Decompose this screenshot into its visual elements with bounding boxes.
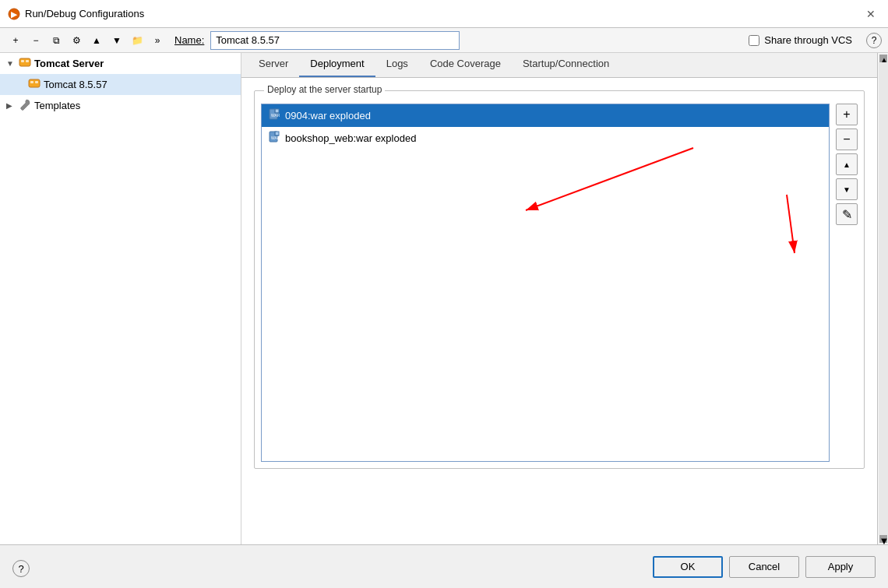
- scrollbar-up[interactable]: ▲: [879, 55, 887, 62]
- move-down-button[interactable]: ▼: [107, 31, 126, 50]
- svg-rect-5: [29, 79, 40, 87]
- help-button-toolbar[interactable]: ?: [866, 33, 882, 48]
- tab-code-coverage[interactable]: Code Coverage: [419, 53, 512, 77]
- app-icon: ▶: [8, 8, 20, 20]
- close-button[interactable]: ✕: [862, 6, 880, 22]
- right-scrollbar[interactable]: ▲ ▼: [877, 53, 888, 544]
- tomcat-icon: [19, 56, 31, 71]
- deploy-section-label: Deploy at the server startup: [264, 84, 385, 95]
- tab-startup-connection[interactable]: Startup/Connection: [512, 53, 620, 77]
- toolbar: + − ⧉ ⚙ ▲ ▼ 📁 » Name: Share through VCS …: [0, 28, 888, 53]
- ok-button[interactable]: OK: [653, 556, 723, 578]
- sidebar: ▼ Tomcat Server: [0, 53, 241, 544]
- wrench-icon: [19, 98, 31, 113]
- deploy-move-up-button[interactable]: ▲: [836, 153, 858, 175]
- deploy-edit-button[interactable]: ✎: [836, 203, 858, 225]
- share-vcs-checkbox[interactable]: [749, 35, 759, 46]
- right-panel: Server Deployment Logs Code Coverage Sta…: [241, 53, 877, 544]
- tab-server[interactable]: Server: [248, 53, 299, 77]
- sidebar-item-tomcat-8557[interactable]: Tomcat 8.5.57: [0, 74, 241, 95]
- tomcat-server-group-header[interactable]: ▼ Tomcat Server: [0, 53, 241, 74]
- tab-deployment[interactable]: Deployment: [299, 53, 375, 77]
- settings-button[interactable]: ⚙: [67, 31, 86, 50]
- more-button[interactable]: »: [148, 31, 167, 50]
- scrollbar-down[interactable]: ▼: [879, 535, 887, 543]
- deploy-move-down-button[interactable]: ▼: [836, 178, 858, 200]
- templates-item[interactable]: ▶ Templates: [0, 95, 241, 116]
- deploy-section-inner: WAR 0904:war exploded: [255, 91, 864, 468]
- deployment-panel: Deploy at the server startup WAR: [241, 78, 877, 544]
- chevron-right-icon: ▶: [6, 101, 16, 110]
- move-up-button[interactable]: ▲: [87, 31, 106, 50]
- apply-button[interactable]: Apply: [805, 556, 876, 578]
- folder-button[interactable]: 📁: [128, 31, 146, 50]
- tomcat-server-group: ▼ Tomcat Server: [0, 53, 241, 95]
- tabs-bar: Server Deployment Logs Code Coverage Sta…: [241, 53, 877, 78]
- tomcat-server-label: Tomcat Server: [34, 58, 104, 69]
- main-content: ▼ Tomcat Server: [0, 53, 888, 544]
- chevron-down-icon: ▼: [6, 59, 16, 68]
- tomcat-8557-label: Tomcat 8.5.57: [44, 79, 107, 90]
- svg-text:WAR: WAR: [271, 136, 280, 140]
- remove-config-button[interactable]: −: [26, 31, 45, 50]
- svg-rect-7: [35, 81, 38, 83]
- svg-text:▶: ▶: [11, 10, 18, 19]
- title-bar: ▶ Run/Debug Configurations ✕: [0, 0, 888, 28]
- deploy-add-button[interactable]: +: [836, 104, 858, 125]
- svg-text:WAR: WAR: [271, 113, 280, 118]
- name-field-container: Name:: [174, 31, 747, 50]
- add-config-button[interactable]: +: [6, 31, 25, 50]
- deploy-list[interactable]: WAR 0904:war exploded: [261, 104, 830, 462]
- bottom-bar: ? OK Cancel Apply: [0, 544, 888, 588]
- deploy-item-0904-label: 0904:war exploded: [285, 110, 371, 121]
- deploy-remove-button[interactable]: −: [836, 129, 858, 150]
- deploy-item-bookshop[interactable]: WAR bookshop_web:war exploded: [262, 127, 829, 150]
- share-vcs-label: Share through VCS: [764, 34, 852, 46]
- copy-config-button[interactable]: ⧉: [47, 31, 65, 50]
- svg-rect-3: [21, 60, 24, 62]
- cancel-button[interactable]: Cancel: [729, 556, 799, 578]
- bottom-bar-wrapper: ? OK Cancel Apply: [0, 544, 888, 588]
- war-icon-0: WAR: [268, 108, 280, 123]
- tab-logs[interactable]: Logs: [375, 53, 419, 77]
- templates-label: Templates: [34, 100, 80, 111]
- deploy-side-buttons: + − ▲ ▼ ✎: [836, 104, 858, 462]
- window-title: Run/Debug Configurations: [25, 8, 862, 19]
- svg-rect-2: [19, 58, 30, 66]
- tomcat-item-icon: [28, 77, 41, 92]
- war-icon-1: WAR: [268, 131, 280, 146]
- name-input[interactable]: [210, 31, 460, 50]
- help-button-bottom[interactable]: ?: [12, 560, 30, 577]
- name-label: Name:: [174, 34, 204, 46]
- deploy-item-bookshop-label: bookshop_web:war exploded: [285, 132, 416, 144]
- deploy-item-0904[interactable]: WAR 0904:war exploded: [262, 104, 829, 127]
- deploy-section: Deploy at the server startup WAR: [254, 90, 865, 469]
- share-vcs-container: Share through VCS: [749, 34, 852, 46]
- svg-rect-4: [26, 60, 29, 62]
- svg-rect-6: [30, 81, 33, 83]
